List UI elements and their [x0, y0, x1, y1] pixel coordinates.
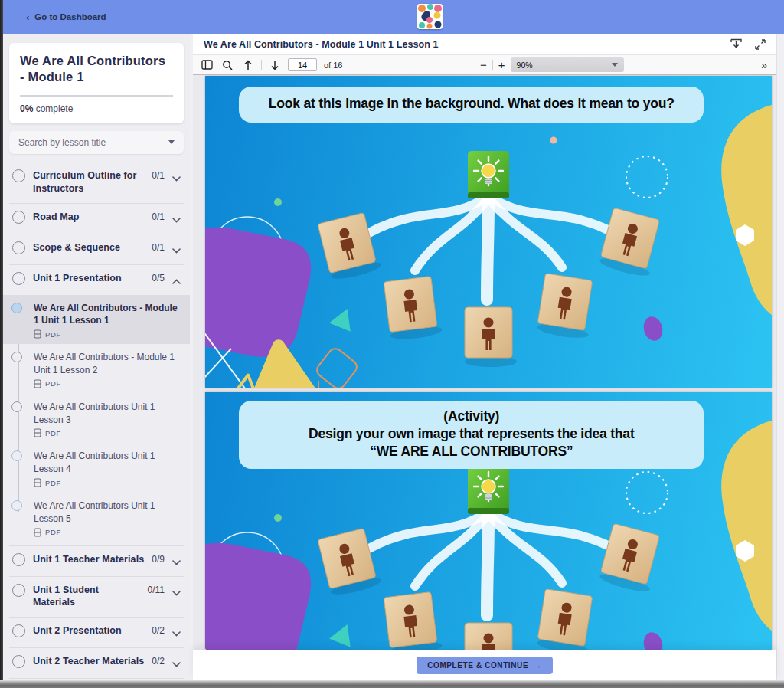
wooden-person-block: [598, 208, 664, 279]
lesson-item[interactable]: We Are All Contributors Unit 1 Lesson 5 …: [3, 493, 190, 542]
sidebar-section[interactable]: Road Map 0/1: [3, 203, 190, 234]
chevron-down-icon[interactable]: [172, 176, 181, 182]
page-up-icon[interactable]: [240, 57, 256, 73]
right-gutter: [776, 34, 784, 680]
section-label: Unit 1 Student Materials: [33, 584, 140, 610]
lesson-search-dropdown[interactable]: Search by lesson title: [9, 131, 184, 154]
sidebar-section[interactable]: Unit 1 Student Materials 0/11: [3, 576, 190, 618]
slide-illustration: [205, 76, 772, 388]
download-icon[interactable]: [730, 38, 743, 50]
chevron-up-icon[interactable]: [172, 279, 181, 284]
lesson-main-panel: We Are All Contributors - Module 1 Unit …: [193, 34, 776, 680]
pdf-file-icon: [34, 528, 41, 537]
lesson-type-label: PDF: [45, 330, 61, 339]
lesson-item-type: PDF: [34, 478, 182, 487]
idea-block: [468, 467, 509, 514]
lesson-complete-circle[interactable]: [11, 352, 22, 362]
topbar: ‹ Go to Dashboard: [0, 0, 784, 34]
lesson-item[interactable]: We Are All Contributors Unit 1 Lesson 3 …: [3, 394, 190, 444]
slide: Look at this image in the background. Wh…: [205, 76, 772, 388]
search-icon[interactable]: [220, 57, 235, 73]
lesson-item-title: We Are All Contributors - Module 1 Unit …: [34, 302, 182, 328]
sidebar-toggle-icon[interactable]: [199, 57, 214, 73]
section-label: Unit 2 Teacher Materials: [33, 655, 144, 668]
lesson-complete-circle[interactable]: [11, 303, 22, 313]
zoom-select[interactable]: 90%: [511, 57, 624, 72]
pdf-page: Look at this image in the background. Wh…: [205, 76, 772, 388]
section-chevron[interactable]: [172, 274, 181, 287]
section-label: Road Map: [33, 211, 144, 224]
lesson-item[interactable]: We Are All Contributors - Module 1 Unit …: [3, 295, 190, 345]
progress-label: complete: [36, 103, 74, 114]
section-label: Curriculum Outline for Instructors: [33, 169, 144, 195]
lesson-item-title: We Are All Contributors Unit 1 Lesson 4: [34, 450, 182, 476]
sidebar-section[interactable]: Unit 2 Teacher Materials 0/2: [3, 647, 190, 678]
section-count: 0/11: [148, 585, 165, 595]
wooden-person-block: [318, 527, 383, 598]
page-down-icon[interactable]: [267, 57, 283, 73]
go-to-dashboard-link[interactable]: ‹ Go to Dashboard: [26, 12, 106, 22]
section-status-circle: [12, 624, 25, 637]
course-progress: 0% complete: [20, 103, 173, 114]
slide-text-line: (Activity): [254, 408, 688, 425]
slide-text-line: “WE ARE ALL CONTRIBUTORS”: [254, 443, 688, 460]
lesson-complete-circle[interactable]: [11, 500, 22, 511]
sidebar-section[interactable]: Unit 2 Presentation 0/2: [3, 617, 190, 647]
lesson-complete-circle[interactable]: [11, 401, 22, 412]
chevron-down-icon[interactable]: [172, 218, 181, 223]
slide-text-line: Design your own image that represents th…: [254, 425, 688, 443]
pdf-toolbar: of 16 − + 90% »: [193, 55, 776, 75]
lesson-type-label: PDF: [45, 379, 61, 388]
lesson-item[interactable]: We Are All Contributors Unit 1 Lesson 4 …: [3, 443, 190, 493]
lesson-complete-circle[interactable]: [11, 450, 22, 461]
section-status-circle: [12, 211, 25, 224]
sidebar-section[interactable]: Scope & Sequence 0/1: [3, 234, 190, 264]
lesson-item-type: PDF: [34, 329, 182, 339]
section-status-circle: [12, 241, 25, 254]
lesson-type-label: PDF: [45, 528, 61, 536]
section-status-circle: [12, 584, 25, 597]
course-card: We Are All Contributors - Module 1 0% co…: [9, 43, 184, 123]
section-chevron[interactable]: [172, 212, 181, 226]
section-chevron[interactable]: [172, 626, 181, 640]
arrow-right-icon: →: [534, 661, 542, 670]
chevron-down-icon[interactable]: [172, 560, 181, 565]
chevron-down-icon[interactable]: [172, 662, 181, 667]
toolbar-separator: [261, 60, 262, 70]
more-tools-icon[interactable]: »: [761, 59, 770, 71]
section-count: 0/1: [152, 170, 165, 181]
page-total-label: of 16: [324, 61, 342, 70]
chevron-down-icon[interactable]: [172, 248, 181, 254]
wooden-person-block: [465, 307, 517, 367]
complete-continue-button[interactable]: COMPLETE & CONTINUE →: [416, 657, 553, 674]
wooden-person-block: [384, 591, 443, 650]
sidebar-section[interactable]: Unit 1 Presentation 0/5: [3, 264, 190, 295]
section-status-circle: [12, 272, 25, 285]
pdf-viewer-area[interactable]: Look at this image in the background. Wh…: [193, 75, 776, 650]
section-chevron[interactable]: [172, 585, 181, 599]
zoom-in-icon[interactable]: +: [498, 59, 505, 70]
sidebar-sections: Curriculum Outline for Instructors 0/1 R…: [3, 162, 190, 680]
lesson-item[interactable]: We Are All Contributors - Module 1 Unit …: [3, 344, 190, 394]
lesson-list: We Are All Contributors - Module 1 Unit …: [3, 295, 190, 545]
chevron-down-icon[interactable]: [172, 591, 181, 596]
section-chevron[interactable]: [172, 243, 181, 257]
sidebar-section[interactable]: Curriculum Outline for Instructors 0/1: [3, 162, 190, 203]
section-chevron[interactable]: [172, 657, 181, 670]
lesson-header: We Are All Contributors - Module 1 Unit …: [193, 34, 776, 55]
section-label: Unit 1 Teacher Materials: [33, 553, 144, 566]
wooden-person-block: [536, 589, 596, 650]
section-chevron[interactable]: [172, 555, 181, 568]
site-logo[interactable]: [417, 4, 443, 29]
zoom-out-icon[interactable]: −: [480, 59, 487, 70]
page-number-input[interactable]: [288, 58, 317, 71]
chevron-down-icon[interactable]: [172, 631, 181, 637]
section-chevron[interactable]: [172, 171, 181, 185]
pdf-file-icon: [34, 329, 41, 339]
wooden-person-block: [465, 623, 517, 650]
window-bottom-edge: [0, 680, 784, 688]
expand-icon[interactable]: [755, 39, 766, 50]
back-chevron-icon: ‹: [26, 12, 29, 22]
sidebar-section[interactable]: Unit 1 Teacher Materials 0/9: [3, 545, 190, 576]
section-count: 0/5: [152, 273, 165, 283]
